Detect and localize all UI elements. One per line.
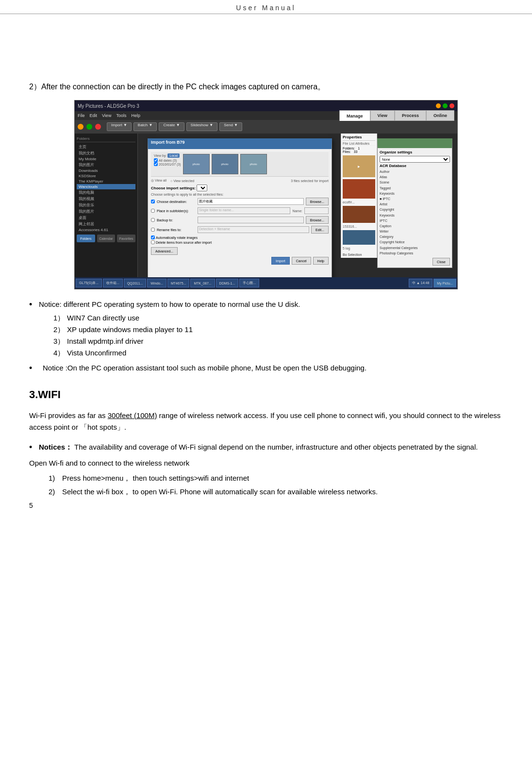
ss-dest-row: Choose destination: 图片收藏 Browse... [151, 198, 329, 205]
wifi-notices-text: The availability and coverage of Wi-Fi s… [72, 443, 478, 451]
ss-body: Folders 主页 我的文档 My Mobile 我的图片 Downloads… [75, 134, 457, 289]
ss-folder-pics2: 我的图片 [77, 208, 135, 215]
ss-thumbs: View by: Local All dates (3) 2010/01/07 … [151, 152, 329, 177]
bullet-item-notice1: • Notice: different PC operating system … [29, 299, 503, 359]
ss-btn-import[interactable]: Import ▼ [107, 122, 132, 131]
open-wifi-heading: Open Wi-fi and to connect to the wireles… [29, 457, 503, 470]
wifi-step-2-num: 2) [49, 486, 62, 498]
ss-browse-btn2[interactable]: Browse... [306, 216, 329, 224]
wifi-step-2: 2) Select the wi-fi box， to open Wi-Fi. … [49, 486, 503, 498]
ss-thumb-1: photo [183, 154, 210, 174]
ss-help-btn[interactable]: Help [313, 257, 329, 265]
ss-folder-wanclouds: Wanclouds [77, 184, 135, 189]
ss-rename-row: Rename files to: Detection + filename Ed… [151, 226, 329, 234]
ss-menubar: File Edit View Tools Help Manage View Pr… [75, 111, 457, 120]
ss-menu-edit: Edit [90, 113, 98, 118]
ss-tab-online: Online [426, 110, 454, 121]
ss-subfolder-row: Place in subfolder(s): Single folder to … [151, 207, 329, 214]
bullet-dot-2: • [29, 363, 39, 374]
ss-folder-network: 网上邻居 [77, 221, 135, 227]
ss-folder-kmplayer: The KMPlayer [77, 179, 135, 184]
ss-folder-home: 主页 [77, 144, 135, 150]
sub-num-4: 4） [53, 347, 67, 359]
wifi-heading: 3.WIFI [29, 388, 503, 401]
ss-edit-btn[interactable]: Edit... [311, 226, 329, 234]
ss-import-btn[interactable]: Import [271, 257, 290, 265]
ss-btn-slideshow[interactable]: Slideshow ▼ [186, 122, 218, 131]
ss-folder-desktop: 桌面 [77, 215, 135, 221]
ss-window-title: My Pictures - ALDSGe Pro 3 [78, 103, 139, 109]
ss-dialog-title: Import from B79 [151, 140, 185, 145]
ss-tab-manage: Manage [339, 110, 370, 121]
ss-folder-ksd: KSDStore [77, 173, 135, 179]
header-title: User Manual [236, 4, 296, 12]
ss-main: Import from B79 View by: Local All dates… [138, 134, 457, 289]
ss-titlebar: My Pictures - ALDSGe Pro 3 [75, 101, 457, 111]
wifi-notices-item: • Notices： The availability and coverage… [29, 442, 503, 453]
page-number: 5 [29, 502, 33, 509]
ss-taskbar-item-3: QQ2011... [124, 279, 146, 287]
sub-item-3: 3） Install wpdmtp.inf driver [53, 336, 503, 347]
ss-toolbar: Import ▼ Batch ▼ Create ▼ Slideshow ▼ Se… [75, 120, 457, 134]
ss-menu-file: File [78, 113, 85, 118]
wifi-range: 300feet (100M) [108, 411, 157, 420]
sub-list: 1） WIN7 Can directly use 2） XP update wi… [53, 312, 503, 359]
bullet-section: • Notice: different PC operating system … [29, 299, 503, 374]
ss-taskbar: GL75(G)单... 收件箱... QQ2011... Windo... MT… [75, 277, 457, 289]
sub-num-1: 1） [53, 312, 67, 324]
ss-folder-video: 我的视频 [77, 196, 135, 202]
ss-taskbar-time: 中 ▲ 14:48 [409, 279, 432, 287]
sub-text-2: XP update windows media player to 11 [67, 324, 193, 336]
ss-menu-tools: Tools [116, 113, 126, 118]
sub-num-2: 2） [53, 324, 67, 336]
bullet-dot-1: • [29, 299, 39, 310]
ss-sidebar: Folders 主页 我的文档 My Mobile 我的图片 Downloads… [75, 134, 138, 289]
notice2-text: Notice :On the PC operation assistant to… [43, 364, 366, 372]
ss-thumb-3: photo [240, 154, 267, 174]
ss-btn-send[interactable]: Send ▼ [219, 122, 242, 131]
wifi-notices-label: Notices： [39, 443, 72, 451]
sub-text-4: Vista Unconfirmed [67, 347, 126, 359]
wifi-step-1-num: 1) [49, 472, 62, 484]
ss-cancel-btn[interactable]: Cancel [292, 257, 311, 265]
ss-advanced-btn[interactable]: Advanced... [151, 247, 178, 255]
ss-taskbar-item-2: 收件箱... [103, 279, 123, 287]
ss-thumb-2: photo [212, 154, 238, 174]
sub-num-3: 3） [53, 336, 67, 347]
ss-taskbar-item-1: GL75(G)单... [76, 279, 102, 287]
sub-item-4: 4） Vista Unconfirmed [53, 347, 503, 359]
ss-btn-create[interactable]: Create ▼ [159, 122, 184, 131]
ss-folder-mobile: My Mobile [77, 156, 135, 162]
ss-folder-downloads: Downloads [77, 168, 135, 173]
wifi-notices: • Notices： The availability and coverage… [29, 442, 503, 453]
ss-taskbar-item-4: Windo... [147, 279, 166, 287]
wifi-step-1: 1) Press home>menu， then touch settings>… [49, 472, 503, 484]
ss-taskbar-item-7: DDMS-1... [216, 279, 239, 287]
ss-browse-btn[interactable]: Browse... [306, 198, 329, 205]
notice1-text: Notice: different PC operating system to… [39, 300, 300, 308]
ss-folder-music: 我的音乐 [77, 202, 135, 208]
section2-intro: 2）After the connection can be directly i… [29, 82, 503, 92]
sub-item-1: 1） WIN7 Can directly use [53, 312, 503, 324]
wifi-steps: 1) Press home>menu， then touch settings>… [49, 472, 503, 498]
ss-taskbar-item-6: MTK_087... [190, 279, 215, 287]
ss-close-btn[interactable]: Close [432, 258, 450, 266]
ss-folder-acc: Accessories 4.61 [77, 227, 135, 233]
wifi-step-2-text: Select the wi-fi box， to open Wi-Fi. Pho… [62, 486, 378, 498]
ss-btn-batch[interactable]: Batch ▼ [133, 122, 157, 131]
sub-text-3: Install wpdmtp.inf driver [67, 336, 144, 347]
ss-tab-process: Process [395, 110, 426, 121]
wifi-notices-dot: • [29, 442, 39, 453]
ss-taskbar-mypics: My Pictu... [433, 279, 456, 287]
ss-import-dialog: Import from B79 View by: Local All dates… [148, 138, 332, 289]
page-header: User Manual [0, 0, 532, 14]
ss-folder-mycomp: 我的电脑 [77, 189, 135, 196]
sub-text-1: WIN7 Can directly use [67, 312, 139, 324]
ss-taskbar-item-8: 手心圈... [239, 279, 259, 287]
wifi-intro: Wi-Fi provides as far as 300feet (100M) … [29, 410, 503, 433]
ss-folder-pics: 我的图片 [77, 162, 135, 168]
ss-folder-docs: 我的文档 [77, 150, 135, 156]
ss-menu-help: Help [131, 113, 140, 118]
bullet-item-notice2: • Notice :On the PC operation assistant … [29, 363, 503, 374]
ss-menu-view: View [102, 113, 111, 118]
